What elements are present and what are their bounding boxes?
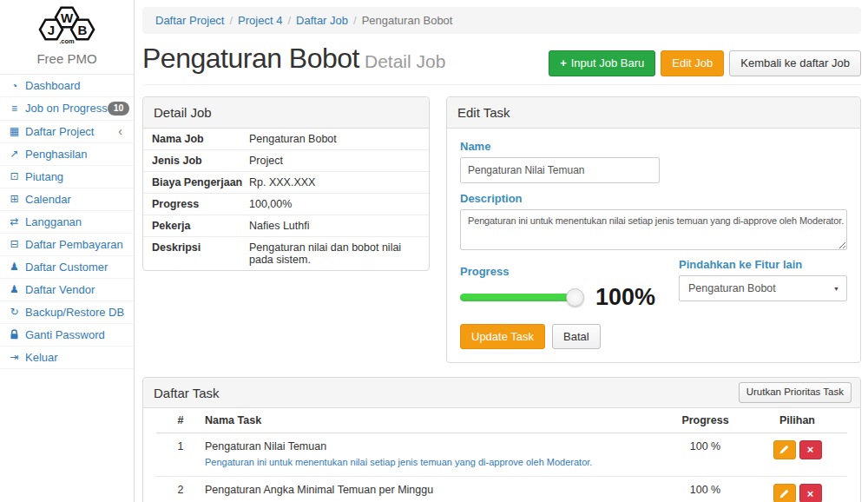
progress-percent-value: 100% [595, 284, 655, 311]
sidebar-item-backup-restore-db[interactable]: ↻ Backup/Restore DB [0, 301, 134, 324]
sidebar-item-label: Penghasilan [25, 148, 88, 161]
task-name: Pengaturan Nilai Temuan [205, 440, 663, 452]
move-feature-label: Pindahkan ke Fitur lain [679, 258, 847, 271]
page-header: Pengaturan BobotDetail Job +Input Job Ba… [142, 43, 861, 85]
sidebar-item-job-on-progress[interactable]: ≡ Job on Progress 10 [0, 97, 134, 121]
sidebar-item-calendar[interactable]: ⊞ Calendar [0, 188, 134, 211]
pencil-icon [779, 445, 789, 454]
sidebar-item-label: Daftar Customer [25, 261, 108, 274]
sidebar: W J B .com Free PMO ◔ Dashboard ≡ Job on… [0, 0, 135, 502]
daftar-task-panel: Daftar Task Urutkan Prioritas Task # Nam… [142, 377, 861, 502]
page-title: Pengaturan Bobot [142, 43, 359, 74]
sidebar-item-daftar-pembayaran[interactable]: ⊟ Daftar Pembayaran [0, 234, 134, 256]
task-table-header: # Nama Task Progress Pilihan [156, 408, 847, 433]
breadcrumb-separator: / [353, 14, 357, 27]
urutkan-prioritas-task-button-top[interactable]: Urutkan Prioritas Task [739, 382, 852, 403]
job-count-badge: 10 [108, 102, 130, 116]
chevron-left-icon: ‹ [118, 125, 122, 137]
task-number: 1 [156, 440, 205, 452]
input-job-baru-button[interactable]: +Input Job Baru [549, 50, 655, 76]
detail-row: Biaya Pengerjaan Rp. XXX.XXX [143, 172, 429, 194]
description-label: Description [460, 192, 847, 205]
users-icon: ♟ [7, 261, 22, 273]
retweet-icon: ⇄ [7, 215, 22, 228]
detail-job-panel-title: Detail Job [143, 97, 429, 129]
edit-task-row-button[interactable] [773, 440, 796, 459]
delete-icon: × [807, 488, 814, 499]
task-row: 1 Pengaturan Nilai Temuan Pengaturan ini… [156, 433, 847, 478]
svg-text:B: B [78, 23, 88, 37]
brand: W J B .com Free PMO [0, 0, 134, 66]
batal-button[interactable]: Batal [552, 324, 601, 350]
sidebar-item-label: Daftar Vendor [25, 283, 95, 296]
sidebar-item-daftar-project[interactable]: ▦ Daftar Project ‹ [0, 121, 134, 143]
brand-name: Free PMO [0, 51, 134, 66]
table-icon: ▦ [7, 125, 22, 137]
sidebar-item-keluar[interactable]: ⇥ Keluar [0, 347, 134, 369]
progress-slider[interactable] [460, 294, 575, 301]
dashboard-icon: ◔ [7, 80, 22, 92]
sidebar-item-label: Keluar [25, 351, 58, 364]
task-name-input[interactable] [460, 157, 660, 183]
sidebar-item-daftar-customer[interactable]: ♟ Daftar Customer [0, 256, 134, 279]
calendar-icon: ⊞ [7, 193, 22, 205]
task-description: Pengaturan ini untuk menentukan nilai se… [205, 455, 663, 470]
sidebar-item-ganti-password[interactable]: Ganti Password [0, 324, 134, 347]
main-content: Daftar Project/Project 4/Daftar Job/Peng… [135, 0, 868, 502]
detail-row: Progress 100,00% [143, 194, 429, 215]
select-caret-icon: ▼ [833, 286, 839, 292]
users-icon: ♟ [7, 283, 22, 295]
sidebar-item-label: Langganan [25, 215, 82, 228]
svg-text:J: J [48, 23, 55, 37]
sign-out-icon: ⇥ [7, 351, 22, 363]
sidebar-item-langganan[interactable]: ⇄ Langganan [0, 211, 134, 234]
detail-job-panel: Detail Job Nama Job Pengaturan Bobot Jen… [142, 96, 430, 271]
task-progress: 100 % [663, 484, 747, 496]
line-chart-icon: ↗ [7, 148, 22, 160]
col-header-nama-task: Nama Task [205, 414, 663, 426]
progress-slider-handle[interactable] [566, 288, 584, 307]
lock-icon [7, 329, 22, 340]
breadcrumb-current: Pengaturan Bobot [362, 14, 453, 27]
edit-job-button[interactable]: Edit Job [661, 50, 724, 76]
delete-icon: × [807, 444, 814, 455]
task-row: 2 Pengaturan Angka Minimal Temuan per Mi… [156, 477, 847, 502]
task-progress: 100 % [663, 440, 747, 452]
money-icon: ⊟ [7, 238, 22, 250]
sidebar-item-penghasilan[interactable]: ↗ Penghasilan [0, 143, 134, 166]
refresh-icon: ↻ [7, 306, 22, 318]
breadcrumb-link-daftar-project[interactable]: Daftar Project [155, 14, 224, 27]
delete-task-row-button[interactable]: × [799, 440, 822, 459]
edit-task-panel-title: Edit Task [447, 97, 860, 129]
task-description-textarea[interactable]: Pengaturan ini untuk menentukan nilai se… [460, 209, 847, 250]
sidebar-item-piutang[interactable]: ⊡ Piutang [0, 166, 134, 188]
sidebar-nav: ◔ Dashboard ≡ Job on Progress 10 ▦ Dafta… [0, 74, 134, 369]
breadcrumb: Daftar Project/Project 4/Daftar Job/Peng… [142, 7, 861, 34]
task-number: 2 [156, 484, 205, 496]
move-feature-select[interactable]: Pengaturan Bobot ▼ [679, 275, 847, 301]
breadcrumb-link-project-4[interactable]: Project 4 [238, 14, 282, 27]
detail-row: Nama Job Pengaturan Bobot [143, 129, 429, 150]
move-feature-selected-value: Pengaturan Bobot [688, 282, 776, 294]
breadcrumb-separator: / [229, 14, 233, 27]
daftar-task-panel-title: Daftar Task [154, 386, 220, 400]
task-name: Pengaturan Angka Minimal Temuan per Ming… [205, 484, 663, 496]
detail-row: Deskripsi Pengaturan nilai dan bobot nil… [143, 237, 429, 270]
sidebar-item-dashboard[interactable]: ◔ Dashboard [0, 75, 134, 97]
detail-row: Pekerja Nafies Luthfi [143, 215, 429, 237]
detail-job-table: Nama Job Pengaturan Bobot Jenis Job Proj… [143, 129, 429, 270]
sidebar-item-label: Dashboard [25, 79, 81, 92]
update-task-button[interactable]: Update Task [460, 324, 545, 350]
breadcrumb-link-daftar-job[interactable]: Daftar Job [296, 14, 348, 27]
kembali-ke-daftar-job-button[interactable]: Kembali ke daftar Job [729, 50, 861, 76]
edit-task-row-button[interactable] [773, 484, 796, 502]
sidebar-item-daftar-vendor[interactable]: ♟ Daftar Vendor [0, 279, 134, 301]
pencil-icon [779, 489, 789, 499]
sidebar-item-label: Calendar [25, 193, 71, 206]
sidebar-item-label: Daftar Project [25, 125, 94, 138]
header-buttons: +Input Job Baru Edit Job Kembali ke daft… [549, 50, 861, 76]
svg-text:.com: .com [59, 37, 75, 45]
job-list-icon: ≡ [7, 102, 22, 115]
money-icon: ⊡ [7, 170, 22, 182]
delete-task-row-button[interactable]: × [799, 484, 822, 502]
